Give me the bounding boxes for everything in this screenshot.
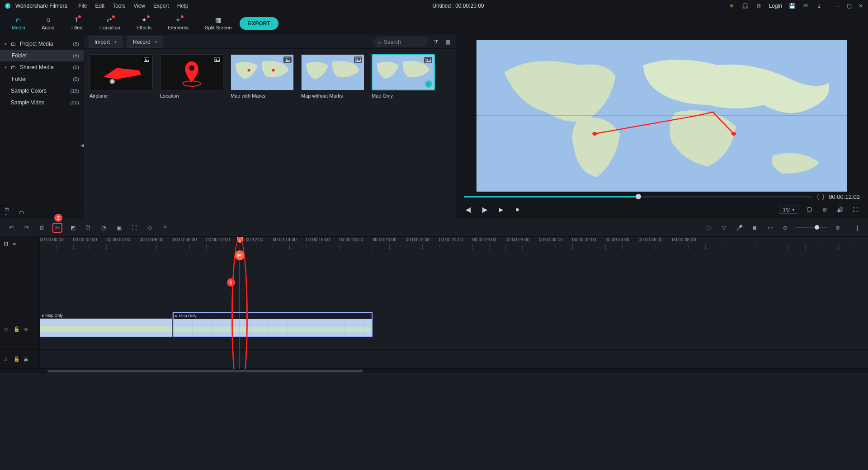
adjust-button[interactable]: ≡	[160, 223, 170, 233]
mixer-icon[interactable]: ◌	[703, 223, 713, 233]
menu-export[interactable]: Export	[153, 3, 169, 9]
media-thumbnail[interactable]	[301, 54, 364, 90]
notification-dot	[181, 15, 184, 18]
speed-button[interactable]: ⏱	[83, 223, 93, 233]
stop-button[interactable]: ■	[513, 205, 522, 214]
monitor-icon[interactable]: 🖵	[805, 205, 814, 214]
media-thumbnail[interactable]	[231, 54, 294, 90]
export-button[interactable]: EXPORT	[240, 17, 278, 30]
tab-titles[interactable]: T Titles	[62, 14, 90, 32]
search-input[interactable]: ⌕ Search	[373, 37, 428, 47]
prev-frame-button[interactable]: ◀|	[464, 205, 473, 214]
svg-point-7	[189, 65, 194, 70]
mail-icon[interactable]: ✉	[802, 2, 809, 9]
media-item[interactable]: Airplane	[90, 54, 153, 99]
mark-out-icon[interactable]: }	[822, 193, 824, 200]
voiceover-icon[interactable]: 🎤	[734, 223, 744, 233]
lock-icon[interactable]: 🔓	[14, 326, 20, 332]
media-thumbnail[interactable]: ✓	[372, 54, 435, 90]
playhead[interactable]	[240, 250, 240, 369]
link-icon[interactable]: ∞	[13, 240, 17, 247]
cut-button[interactable]: ✄ 2	[52, 223, 62, 233]
audio-track-lane[interactable]	[40, 350, 868, 369]
menu-help[interactable]: Help	[177, 3, 189, 9]
timeline-zoom-slider[interactable]	[796, 227, 827, 228]
import-dropdown[interactable]: Import ▾	[89, 36, 123, 48]
save-icon[interactable]: 💾	[788, 2, 796, 9]
green-screen-button[interactable]: ▣	[114, 223, 124, 233]
audio-track-header[interactable]: ♫ 🔓 🔈	[0, 350, 40, 369]
snap-icon[interactable]: ⊡	[4, 240, 8, 247]
keyframe-button[interactable]: ⛶	[129, 223, 139, 233]
filter-icon[interactable]: ⧩	[432, 38, 439, 46]
ruler-tick: 00:00:22:00	[406, 237, 430, 242]
audio-sync-icon[interactable]: ≣	[750, 223, 760, 233]
tab-transition[interactable]: ⇄ Transition	[90, 14, 128, 32]
visibility-icon[interactable]: 👁	[24, 327, 30, 332]
preview-zoom-select[interactable]: 1/2 ▾	[779, 206, 798, 214]
mask-button[interactable]: ◇	[145, 223, 155, 233]
marker-icon[interactable]: ▽	[719, 223, 729, 233]
color-button[interactable]: ◔	[99, 223, 108, 233]
lightbulb-icon[interactable]: ☀	[728, 2, 736, 9]
mute-icon[interactable]: 🔈	[24, 356, 30, 362]
timeline-options-icon[interactable]: ||	[852, 223, 862, 233]
preview-video[interactable]	[476, 40, 847, 192]
next-frame-button[interactable]: |▶	[480, 205, 489, 214]
tab-effects[interactable]: ✦ Effects	[128, 14, 160, 32]
tab-media[interactable]: 🗀 Media	[4, 14, 33, 32]
headphones-icon[interactable]: 🎧	[742, 2, 749, 9]
tree-folder-1[interactable]: Folder (5)	[0, 50, 84, 61]
menu-edit[interactable]: Edit	[95, 3, 105, 9]
zoom-out-icon[interactable]: ⊖	[780, 223, 790, 233]
record-dropdown[interactable]: Record ▾	[127, 36, 163, 48]
media-item[interactable]: Map without Marks	[301, 54, 364, 99]
media-item[interactable]: Location	[160, 54, 223, 99]
grid-view-icon[interactable]: ▦	[444, 38, 451, 46]
new-folder-icon[interactable]: 🗀⁺	[5, 209, 12, 216]
tab-elements[interactable]: ✧ Elements	[160, 14, 197, 32]
login-button[interactable]: Login	[769, 3, 782, 9]
gift-icon[interactable]: 🗑	[755, 2, 763, 9]
menu-tools[interactable]: Tools	[113, 3, 125, 9]
tab-split-screen[interactable]: ▦ Split Screen	[197, 14, 240, 32]
minimize-icon[interactable]: —	[834, 2, 841, 9]
mark-in-icon[interactable]: {	[817, 193, 819, 200]
media-item[interactable]: ✓ Map Only	[372, 54, 435, 99]
tree-sample-video[interactable]: Sample Video (20)	[0, 97, 84, 108]
media-thumbnail[interactable]	[160, 54, 223, 90]
panel-collapse-icon[interactable]: ◀	[80, 136, 84, 154]
undo-button[interactable]: ↶	[6, 223, 16, 233]
snapshot-icon[interactable]: ⎚	[820, 205, 829, 214]
timeline-ruler[interactable]: 00:00:00:0000:00:02:0000:00:04:0000:00:0…	[40, 237, 868, 250]
menu-view[interactable]: View	[133, 3, 145, 9]
menu-file[interactable]: File	[78, 3, 87, 9]
video-track-lane[interactable]: ▸ Map Only ▸ Map Only	[40, 309, 868, 350]
tree-shared-media[interactable]: ▾ 🗀 Shared Media (0)	[0, 61, 84, 73]
audio-icon[interactable]: 🔊	[835, 205, 844, 214]
timeline-clip[interactable]: ▸ Map Only	[40, 312, 173, 337]
tab-audio[interactable]: ♫ Audio	[33, 14, 62, 32]
tree-sample-colors[interactable]: Sample Colors (15)	[0, 85, 84, 97]
zoom-in-icon[interactable]: ⊕	[833, 223, 843, 233]
folder-icon[interactable]: 🗀	[18, 209, 25, 216]
delete-button[interactable]: 🗑	[37, 223, 47, 233]
fullscreen-icon[interactable]: ⛶	[851, 205, 860, 214]
chevron-down-icon: ▾	[114, 40, 117, 44]
media-thumbnail[interactable]	[90, 54, 153, 90]
maximize-icon[interactable]: ▢	[845, 2, 853, 9]
tree-project-media[interactable]: ▾ 🗀 Project Media (5)	[0, 38, 84, 50]
preview-progress[interactable]	[464, 196, 812, 197]
crop-button[interactable]: ◩	[68, 223, 78, 233]
render-icon[interactable]: ▭	[765, 223, 775, 233]
timeline-clip[interactable]: ▸ Map Only	[173, 312, 373, 337]
play-button[interactable]: ▶	[496, 205, 505, 214]
close-icon[interactable]: ✕	[857, 2, 864, 9]
redo-button[interactable]: ↷	[22, 223, 32, 233]
video-track-header[interactable]: ▭ 🔓 👁	[0, 309, 40, 350]
timeline-scrollbar[interactable]	[0, 369, 868, 373]
lock-icon[interactable]: 🔓	[14, 356, 20, 362]
download-icon[interactable]: ⤓	[816, 2, 823, 9]
media-item[interactable]: Map with Marks	[231, 54, 294, 99]
tree-folder-2[interactable]: Folder (0)	[0, 73, 84, 85]
